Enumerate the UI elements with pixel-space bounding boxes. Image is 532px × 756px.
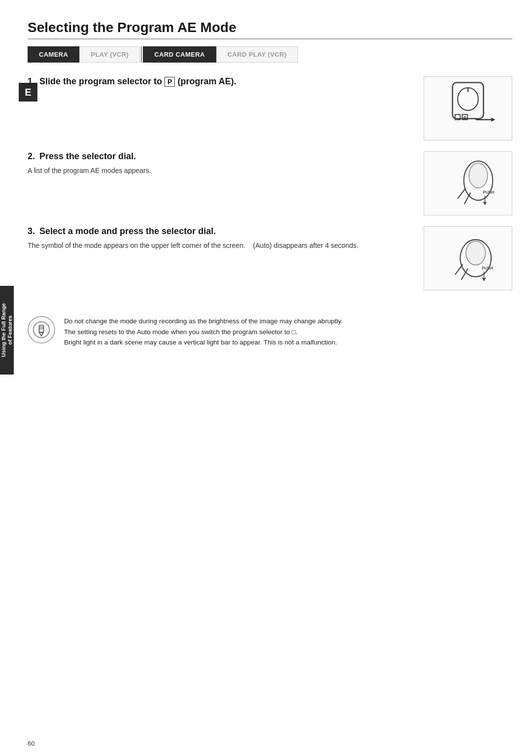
step-2-text: 2. Press the selector dial. A list of th… [28, 151, 424, 176]
step-2-body: A list of the program AE modes appears. [28, 166, 414, 176]
svg-point-16 [466, 241, 486, 265]
svg-marker-24 [39, 332, 44, 336]
tab-card-camera[interactable]: CARD CAMERA [143, 46, 216, 63]
svg-marker-19 [482, 278, 486, 281]
main-content: Selecting the Program AE Mode CAMERA PLA… [28, 20, 512, 736]
note-text: Do not change the mode during recording … [64, 316, 343, 348]
svg-marker-7 [491, 118, 495, 122]
step-3-body: The symbol of the mode appears on the up… [28, 241, 414, 251]
steps-area: 1. Slide the program selector to P (prog… [28, 76, 512, 301]
side-tab: Using the Full Rangeof Features [0, 286, 14, 375]
note-pencil-icon [33, 321, 50, 339]
mode-tabs: CAMERA PLAY (VCR) CARD CAMERA CARD PLAY … [28, 46, 512, 63]
step-2-image: PUSH [424, 151, 512, 215]
step-3-text: 3. Select a mode and press the selector … [28, 226, 424, 251]
step-2-row: 2. Press the selector dial. A list of th… [28, 151, 512, 215]
svg-line-20 [455, 265, 463, 275]
step-1-heading: 1. Slide the program selector to P (prog… [28, 76, 414, 87]
step-2-svg: PUSH [424, 152, 512, 214]
svg-point-9 [469, 163, 488, 188]
step-3-row: 3. Select a mode and press the selector … [28, 226, 512, 290]
side-tab-label: Using the Full Rangeof Features [0, 303, 13, 357]
step-2-heading: 2. Press the selector dial. [28, 151, 414, 162]
svg-text:PUSH: PUSH [482, 266, 493, 271]
step-1-svg: P [424, 77, 512, 139]
tab-card-play-vcr[interactable]: CARD PLAY (VCR) [216, 46, 298, 63]
svg-marker-12 [483, 202, 487, 206]
tab-play-vcr[interactable]: PLAY (VCR) [79, 46, 140, 63]
page-title: Selecting the Program AE Mode [28, 20, 512, 39]
tab-camera[interactable]: CAMERA [28, 46, 79, 63]
step-1-image: P [424, 76, 512, 140]
svg-text:PUSH: PUSH [483, 190, 494, 195]
step-1-row: 1. Slide the program selector to P (prog… [28, 76, 512, 140]
svg-text:P: P [464, 115, 466, 120]
svg-line-13 [458, 188, 466, 199]
tab-divider [141, 46, 142, 63]
step-3-svg: PUSH [424, 227, 512, 289]
step-3-image: PUSH [424, 226, 512, 290]
page-number: 60 [28, 740, 34, 747]
step-1-text: 1. Slide the program selector to P (prog… [28, 76, 424, 91]
note-box: Do not change the mode during recording … [28, 316, 512, 348]
step-3-heading: 3. Select a mode and press the selector … [28, 226, 414, 237]
note-icon [28, 316, 55, 344]
